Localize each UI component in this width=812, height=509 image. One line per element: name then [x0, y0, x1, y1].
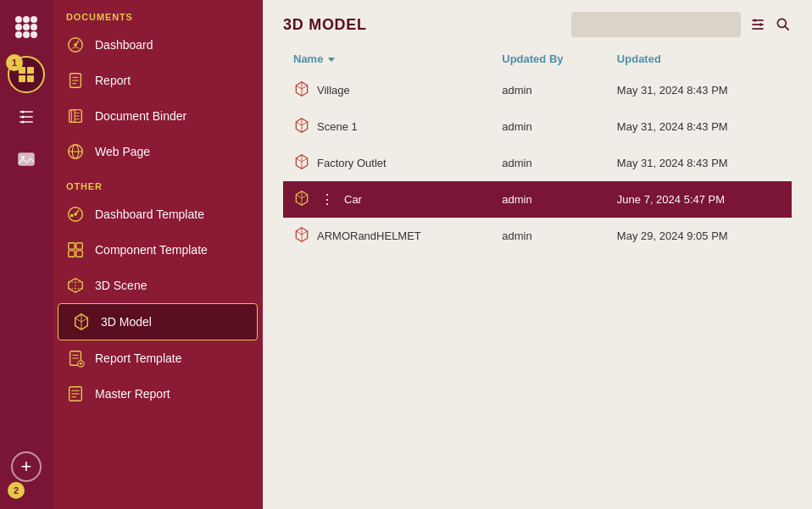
table-row[interactable]: ARMORandHELMET admin May 29, 2024 9:05 P…: [283, 218, 792, 254]
sidebar-item-report-template-label: Report Template: [95, 351, 181, 365]
svg-rect-28: [71, 110, 75, 123]
report-template-icon: [66, 349, 85, 368]
component-template-icon: [66, 241, 85, 259]
report-icon: [66, 71, 85, 90]
svg-point-36: [74, 213, 77, 216]
add-nav-button[interactable]: 2 +: [11, 451, 42, 495]
image-nav-button[interactable]: [8, 141, 45, 178]
badge-1: 1: [6, 54, 23, 71]
badge-2: 2: [8, 482, 25, 499]
list-nav-button[interactable]: [8, 98, 45, 136]
row-name-content: Scene 1: [293, 117, 358, 136]
table-row[interactable]: Village admin May 31, 2024 8:43 PM: [283, 72, 792, 108]
cell-name: ⋮ Car: [283, 181, 492, 218]
col-name[interactable]: Name: [283, 46, 492, 72]
portal-nav-button[interactable]: 1: [8, 56, 45, 93]
dashboard-icon: [66, 36, 85, 54]
table-row[interactable]: Factory Outlet admin May 31, 2024 8:43 P…: [283, 145, 792, 181]
filter-button[interactable]: [749, 16, 766, 33]
row-name-text: Village: [317, 84, 350, 97]
svg-rect-39: [76, 243, 82, 249]
cell-updated-by: admin: [492, 145, 607, 181]
row-name-text: ARMORandHELMET: [317, 230, 421, 242]
cell-name: Scene 1: [283, 108, 492, 145]
master-report-icon: [66, 385, 85, 403]
col-updated: Updated: [607, 46, 792, 72]
sidebar-item-report-template[interactable]: Report Template: [53, 340, 263, 376]
svg-point-7: [23, 31, 30, 38]
svg-rect-14: [19, 116, 33, 118]
svg-point-16: [22, 111, 25, 113]
sidebar-item-webpage-label: Web Page: [95, 145, 150, 158]
sidebar-item-report-label: Report: [95, 74, 131, 87]
sidebar-item-webpage[interactable]: Web Page: [53, 134, 263, 169]
sidebar-item-master-report[interactable]: Master Report: [53, 376, 263, 412]
svg-point-1: [23, 16, 30, 23]
table-row[interactable]: ⋮ Car admin June 7, 2024 5:47 PM: [283, 181, 792, 218]
sidebar-item-3d-scene-label: 3D Scene: [95, 279, 147, 292]
svg-rect-38: [69, 243, 75, 249]
sidebar-item-report[interactable]: Report: [53, 63, 263, 98]
svg-point-8: [31, 31, 37, 38]
row-name-content: ⋮ Car: [293, 190, 362, 209]
cell-updated-by: admin: [492, 108, 607, 145]
sidebar-item-component-template[interactable]: Component Template: [53, 232, 263, 268]
cell-updated-by: admin: [492, 218, 607, 254]
svg-rect-37: [70, 214, 73, 217]
svg-point-2: [31, 16, 37, 23]
dashboard-template-icon: [66, 205, 85, 224]
sidebar-item-3d-scene[interactable]: 3D Scene: [53, 268, 263, 303]
sidebar-item-3d-model-label: 3D Model: [101, 315, 152, 329]
app-logo: [8, 8, 45, 46]
svg-point-4: [23, 24, 30, 30]
header-actions: [571, 12, 792, 37]
search-button[interactable]: [775, 16, 792, 33]
table-header-row: Name Updated By Updated: [283, 46, 792, 72]
svg-point-57: [777, 19, 786, 27]
webpage-icon: [66, 142, 85, 161]
row-model-icon: [293, 80, 310, 100]
binder-icon: [66, 107, 85, 125]
col-updated-by: Updated By: [492, 46, 607, 72]
other-section-title: OTHER: [53, 169, 263, 196]
sidebar: DOCUMENTS Dashboard Report Document Bind: [53, 0, 263, 509]
sidebar-item-binder-label: Document Binder: [95, 109, 186, 123]
sidebar-item-dashboard-label: Dashboard: [95, 38, 153, 52]
cell-name: ARMORandHELMET: [283, 218, 492, 254]
cell-updated: May 29, 2024 9:05 PM: [607, 218, 792, 254]
svg-point-3: [15, 24, 22, 30]
search-input[interactable]: [571, 12, 741, 37]
search-icon: [775, 16, 792, 33]
svg-point-6: [15, 31, 22, 38]
row-name-content: Village: [293, 80, 350, 100]
row-name-text: Car: [344, 193, 362, 206]
table-row[interactable]: Scene 1 admin May 31, 2024 8:43 PM: [283, 108, 792, 145]
svg-point-22: [74, 43, 77, 47]
page-title: 3D MODEL: [283, 16, 367, 34]
documents-section-title: DOCUMENTS: [53, 0, 263, 27]
cell-updated: June 7, 2024 5:47 PM: [607, 181, 792, 218]
row-name-text: Factory Outlet: [317, 157, 387, 169]
sidebar-item-dashboard-template[interactable]: Dashboard Template: [53, 196, 263, 232]
sidebar-item-dashboard[interactable]: Dashboard: [53, 27, 263, 63]
cell-name: Factory Outlet: [283, 145, 492, 181]
main-header: 3D MODEL: [263, 0, 812, 46]
row-menu-button[interactable]: ⋮: [317, 191, 337, 207]
sidebar-item-document-binder[interactable]: Document Binder: [53, 98, 263, 134]
cell-name: Village: [283, 72, 492, 108]
svg-rect-40: [69, 251, 75, 257]
cell-updated: May 31, 2024 8:43 PM: [607, 145, 792, 181]
row-model-icon: [293, 117, 310, 136]
cell-updated: May 31, 2024 8:43 PM: [607, 108, 792, 145]
row-name-text: Scene 1: [317, 120, 358, 133]
svg-point-18: [22, 121, 25, 124]
sidebar-item-3d-model[interactable]: 3D Model: [58, 303, 258, 340]
row-model-icon: [293, 226, 310, 246]
svg-rect-15: [19, 121, 33, 123]
svg-rect-11: [19, 75, 25, 82]
row-name-content: ARMORandHELMET: [293, 226, 421, 246]
svg-rect-41: [76, 251, 82, 257]
scene-icon: [66, 276, 85, 295]
data-table: Name Updated By Updated: [283, 46, 792, 254]
cell-updated-by: admin: [492, 181, 607, 218]
